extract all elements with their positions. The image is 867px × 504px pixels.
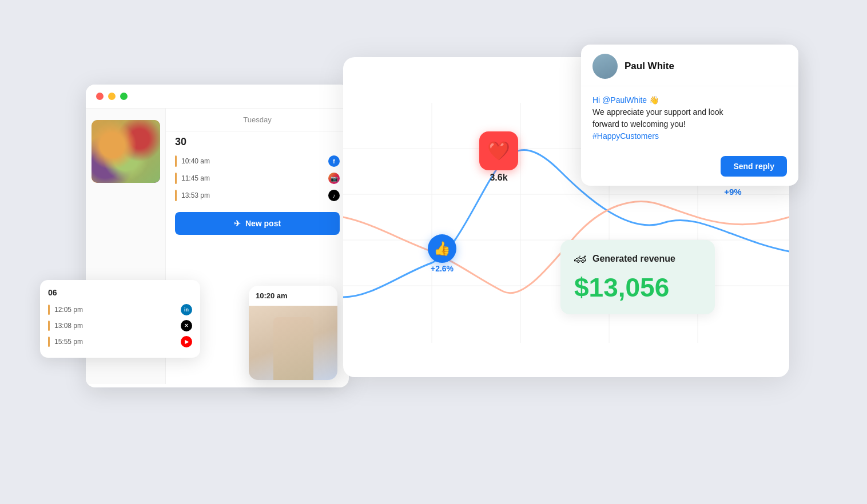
sidebar-item-2: 13:08 pm ✕ xyxy=(48,318,192,334)
window-titlebar xyxy=(86,85,349,109)
reply-card-header: Paul White xyxy=(581,45,798,86)
revenue-card: 🏎 Generated revenue $13,056 xyxy=(560,240,715,314)
sidebar-time-1: 12:05 pm xyxy=(54,306,83,314)
heart-icon-wrap: ❤️ xyxy=(479,131,518,170)
sidebar-time-2: 13:08 pm xyxy=(54,322,83,330)
sidebar-item-3: 15:55 pm ▶ xyxy=(48,334,192,350)
like-metric-bubble: 👍 +2.6% xyxy=(428,234,456,273)
send-icon: ✈ xyxy=(234,219,241,228)
reply-message-body: Hi @PaulWhite 👋 We appreciate your suppo… xyxy=(581,86,798,150)
calendar-item-1: 10:40 am f xyxy=(166,153,349,170)
calendar-day-label: Tuesday xyxy=(166,109,349,131)
new-post-label: New post xyxy=(245,219,281,228)
sidebar-time-3: 15:55 pm xyxy=(54,338,83,346)
revenue-label: Generated revenue xyxy=(592,254,675,264)
sidebar-day-number: 06 xyxy=(48,288,192,297)
linkedin-icon: in xyxy=(181,304,192,315)
reply-actions: Send reply xyxy=(581,150,798,186)
instagram-icon: 📷 xyxy=(328,173,340,184)
new-post-button[interactable]: ✈ New post xyxy=(175,212,340,235)
food-image xyxy=(92,120,160,183)
heart-metric-bubble: ❤️ 3.6k xyxy=(479,131,518,183)
cal-time-1: 10:40 am xyxy=(181,157,210,165)
like-icon: 👍 xyxy=(434,241,451,257)
reply-line2: We appreciate your support and look xyxy=(592,107,723,117)
reply-line3: forward to welcoming you! xyxy=(592,119,686,129)
reply-card: Paul White Hi @PaulWhite 👋 We appreciate… xyxy=(581,45,798,186)
like-icon-wrap: 👍 xyxy=(428,234,456,263)
calendar-day-number: 30 xyxy=(166,131,349,153)
followers-count: +9% xyxy=(724,187,741,197)
cal-time-2: 11:45 am xyxy=(181,174,210,182)
sidebar-item-1: 12:05 pm in xyxy=(48,302,192,318)
close-dot[interactable] xyxy=(96,93,104,100)
youtube-icon: ▶ xyxy=(181,336,192,347)
post-time: 10:20 am xyxy=(249,286,337,306)
avatar xyxy=(592,54,618,79)
reply-hashtag: #HappyCustomers xyxy=(592,131,659,141)
post-image xyxy=(249,306,337,380)
post-preview-card: 10:20 am xyxy=(249,286,337,380)
revenue-header: 🏎 Generated revenue xyxy=(574,251,701,266)
facebook-icon: f xyxy=(328,155,340,167)
reply-mention: Hi @PaulWhite 👋 xyxy=(592,95,659,105)
reply-user-name: Paul White xyxy=(625,61,674,72)
speedometer-icon: 🏎 xyxy=(574,251,587,266)
heart-count: 3.6k xyxy=(490,173,507,183)
tiktok-icon: ♪ xyxy=(328,190,340,201)
maximize-dot[interactable] xyxy=(120,93,128,100)
x-icon: ✕ xyxy=(181,320,192,331)
like-count: +2.6% xyxy=(431,264,454,273)
revenue-amount: $13,056 xyxy=(574,272,701,303)
calendar-item-2: 11:45 am 📷 xyxy=(166,170,349,187)
cal-time-3: 13:53 pm xyxy=(181,191,210,199)
sidebar-day-card: 06 12:05 pm in 13:08 pm ✕ 15:55 pm ▶ xyxy=(40,280,200,358)
minimize-dot[interactable] xyxy=(108,93,116,100)
send-reply-button[interactable]: Send reply xyxy=(721,156,787,177)
calendar-item-3: 13:53 pm ♪ xyxy=(166,187,349,204)
heart-icon: ❤️ xyxy=(487,140,510,162)
reply-message: Hi @PaulWhite 👋 We appreciate your suppo… xyxy=(592,94,787,142)
